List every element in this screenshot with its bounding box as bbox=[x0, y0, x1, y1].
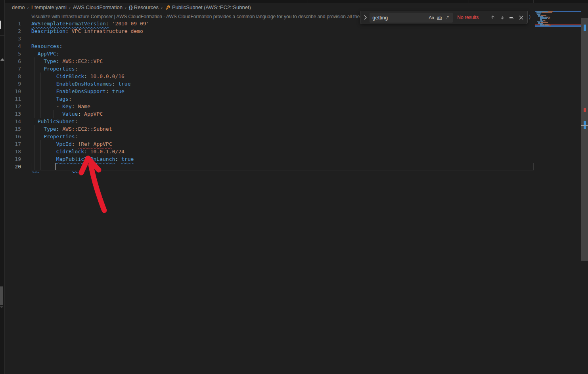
token: Properties bbox=[44, 66, 75, 72]
panel-divider bbox=[0, 35, 5, 36]
find-in-selection-button[interactable] bbox=[508, 13, 516, 22]
whole-word-button[interactable]: ab bbox=[435, 13, 443, 21]
token-with-blue-squiggle: true bbox=[121, 156, 134, 162]
token: : bbox=[56, 51, 59, 57]
token: : bbox=[59, 43, 62, 49]
token: Description bbox=[31, 28, 65, 34]
code-line[interactable]: Properties: bbox=[31, 65, 78, 73]
token: Type bbox=[44, 58, 56, 64]
info-squiggle bbox=[32, 171, 40, 173]
line-number[interactable]: 13 bbox=[5, 110, 21, 118]
code-line[interactable]: PublicSubnet: bbox=[31, 118, 78, 125]
chevron-right-icon: › bbox=[161, 5, 163, 10]
token: PublicSubnet bbox=[38, 118, 75, 124]
code-line[interactable]: Type: AWS::EC2::VPC bbox=[31, 57, 103, 65]
token bbox=[87, 73, 90, 79]
editor[interactable]: Visualize with Infrastructure Composer |… bbox=[5, 11, 535, 374]
tab-separator bbox=[143, 0, 143, 3]
toggle-replace-button[interactable] bbox=[362, 13, 368, 23]
code-line[interactable]: MapPublicIpOnLaunch: true bbox=[31, 155, 134, 163]
code-line[interactable]: EnableDnsHostnames: true bbox=[31, 80, 130, 88]
line-number[interactable]: 15 bbox=[5, 125, 21, 133]
minimap-info-marker bbox=[535, 26, 581, 27]
minimap[interactable] bbox=[535, 11, 581, 59]
line-number[interactable]: 10 bbox=[5, 88, 21, 95]
line-number[interactable]: 2 bbox=[5, 27, 21, 35]
line-number[interactable]: 3 bbox=[5, 35, 21, 42]
scrollbar-thumb[interactable] bbox=[581, 18, 588, 261]
info-squiggle bbox=[71, 171, 79, 173]
line-number[interactable]: 4 bbox=[5, 42, 21, 50]
line-number[interactable]: 9 bbox=[5, 80, 21, 88]
breadcrumb-label: demo bbox=[12, 4, 25, 10]
breadcrumb-item-cloudformation[interactable]: AWS CloudFormation bbox=[73, 4, 123, 10]
line-number[interactable]: 7 bbox=[5, 65, 21, 73]
token: : bbox=[75, 134, 78, 139]
minimap-code-row bbox=[548, 18, 550, 19]
breadcrumb-item-folder[interactable]: demo bbox=[12, 4, 25, 10]
find-input[interactable]: getting Aa ab .* bbox=[370, 13, 453, 23]
codelens-visualize-link[interactable]: Visualize with Infrastructure Composer bbox=[31, 14, 113, 19]
line-number[interactable]: 14 bbox=[5, 118, 21, 125]
match-case-button[interactable]: Aa bbox=[427, 13, 435, 21]
chevron-right-icon: › bbox=[125, 5, 126, 10]
code-line[interactable]: VpcId: !Ref AppVPC bbox=[31, 140, 112, 148]
find-previous-button[interactable] bbox=[488, 13, 497, 22]
breadcrumb-item-publicsubnet[interactable]: PublicSubnet (AWS::EC2::Subnet) bbox=[165, 4, 251, 10]
minimap-code-row bbox=[544, 21, 547, 21]
ruler-error-marker bbox=[584, 108, 586, 112]
line-number[interactable]: 20 bbox=[5, 163, 21, 170]
indent-guide bbox=[34, 163, 35, 170]
line-number[interactable]: 12 bbox=[5, 103, 21, 110]
codelens-description[interactable]: AWS CloudFormation - AWS CloudFormation … bbox=[116, 14, 360, 19]
chevron-right-icon: › bbox=[27, 5, 29, 10]
code-line[interactable]: AppVPC: bbox=[31, 50, 59, 57]
close-find-button[interactable] bbox=[517, 13, 525, 22]
ruler-info-marker bbox=[584, 25, 586, 31]
tab-separator bbox=[409, 0, 409, 3]
line-number[interactable]: 6 bbox=[5, 57, 21, 65]
token bbox=[31, 156, 56, 162]
line-number[interactable]: 8 bbox=[5, 73, 21, 80]
token bbox=[87, 149, 90, 155]
find-query-text[interactable]: getting bbox=[372, 15, 427, 21]
line-number[interactable]: 17 bbox=[5, 140, 21, 148]
line-number[interactable]: 11 bbox=[5, 95, 21, 103]
token bbox=[31, 111, 62, 117]
code-line[interactable]: CidrBlock: 10.0.1.0/24 bbox=[31, 148, 124, 155]
token: Type bbox=[44, 126, 56, 132]
line-number[interactable]: 1 bbox=[5, 20, 21, 27]
code-line[interactable]: Resources: bbox=[31, 42, 62, 50]
token: true bbox=[112, 88, 124, 94]
regex-button[interactable]: .* bbox=[443, 13, 451, 21]
line-number[interactable]: 5 bbox=[5, 50, 21, 57]
find-next-button[interactable] bbox=[498, 13, 506, 22]
code-line[interactable]: Type: AWS::EC2::Subnet bbox=[31, 125, 112, 133]
line-number[interactable]: 19 bbox=[5, 155, 21, 163]
code-line[interactable]: CidrBlock: 10.0.0.0/16 bbox=[31, 73, 124, 80]
code-line[interactable]: Description: VPC infrastructure demo bbox=[31, 27, 143, 35]
code-line[interactable]: Properties: bbox=[31, 133, 78, 140]
token bbox=[31, 88, 56, 94]
code-line[interactable]: AWSTemplateFormatVersion: '2010-09-09' bbox=[31, 20, 149, 27]
breadcrumb-item-file[interactable]: ! template.yaml bbox=[31, 4, 67, 10]
codelens-clipped-tail: ) bbox=[529, 14, 531, 19]
panel-scrollbar-thumb[interactable] bbox=[0, 286, 3, 305]
code-line[interactable]: EnableDnsSupport: true bbox=[31, 88, 124, 95]
code-line[interactable]: Tags: bbox=[31, 95, 72, 103]
token bbox=[31, 134, 44, 139]
tab-separator bbox=[533, 0, 534, 3]
code-line[interactable]: - Key: Name bbox=[31, 103, 90, 110]
token bbox=[31, 126, 44, 132]
line-number[interactable]: 16 bbox=[5, 133, 21, 140]
token bbox=[118, 156, 121, 162]
line-number[interactable]: 18 bbox=[5, 148, 21, 155]
token: EnableDnsSupport bbox=[56, 88, 106, 94]
token-with-blue-squiggle: : bbox=[106, 21, 109, 27]
token: AWS::EC2::VPC bbox=[62, 58, 103, 64]
code-line[interactable]: Value: AppVPC bbox=[31, 110, 103, 118]
token bbox=[31, 58, 44, 64]
breadcrumb-item-resources[interactable]: { } Resources bbox=[129, 4, 159, 10]
token bbox=[109, 21, 112, 27]
token: - bbox=[56, 103, 63, 109]
